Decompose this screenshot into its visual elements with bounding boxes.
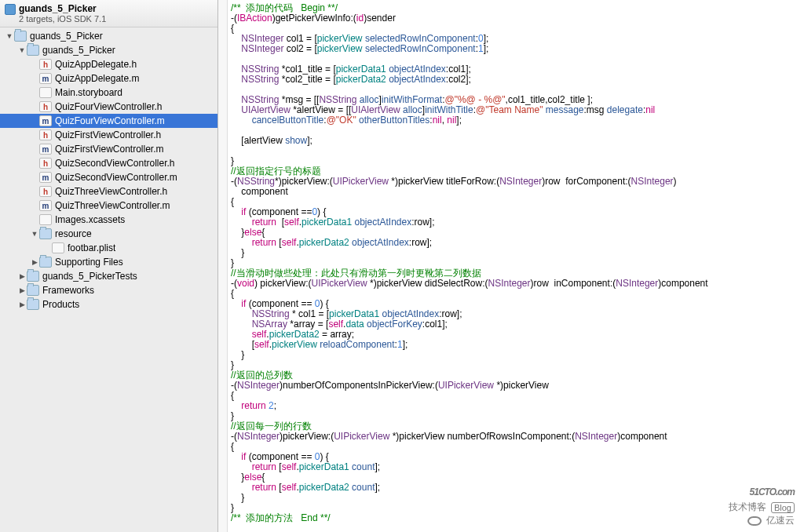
tree-item-label: Supporting Files — [55, 257, 123, 268]
tree-item-label: QuizFirstViewController.m — [55, 144, 163, 155]
disclosure-arrow-icon[interactable] — [17, 46, 27, 54]
tree-item[interactable]: Supporting Files — [0, 255, 217, 269]
tree-item[interactable]: hQuizFirstViewController.h — [0, 128, 217, 142]
tree-item-label: guands_5_Picker — [30, 31, 103, 42]
project-header[interactable]: guands_5_Picker 2 targets, iOS SDK 7.1 — [0, 0, 217, 27]
file-icon: m — [39, 115, 52, 126]
file-icon — [39, 257, 52, 268]
project-title: guands_5_Picker — [19, 3, 211, 14]
tree-item-label: QuizFourViewController.h — [55, 101, 163, 112]
file-icon — [27, 299, 39, 310]
file-icon — [27, 271, 39, 282]
tree-item-label: QuizThreeViewController.h — [55, 186, 167, 197]
tree-item[interactable]: mQuizThreeViewController.m — [0, 199, 217, 213]
file-icon: h — [39, 59, 52, 70]
file-icon: m — [39, 73, 52, 84]
file-icon: h — [39, 186, 52, 197]
source-editor[interactable]: /** 添加的代码 Begin **/-(IBAction)getPickerV… — [218, 0, 804, 532]
tree-item[interactable]: guands_5_Picker — [0, 29, 217, 43]
xcode-project-icon — [5, 4, 16, 15]
tree-item-label: guands_5_Picker — [42, 45, 115, 56]
disclosure-arrow-icon[interactable] — [17, 286, 27, 294]
file-tree[interactable]: guands_5_Pickerguands_5_PickerhQuizAppDe… — [0, 27, 217, 313]
tree-item[interactable]: guands_5_Picker — [0, 43, 217, 57]
tree-item[interactable]: mQuizFourViewController.m — [0, 114, 217, 128]
tree-item[interactable]: hQuizSecondViewController.h — [0, 156, 217, 170]
tree-item[interactable]: mQuizAppDelegate.m — [0, 71, 217, 86]
tree-item[interactable]: Main.storyboard — [0, 86, 217, 100]
file-icon: m — [39, 200, 52, 211]
tree-item-label: QuizSecondViewController.h — [55, 158, 175, 169]
file-icon — [27, 45, 39, 56]
tree-item[interactable]: hQuizThreeViewController.h — [0, 184, 217, 199]
gutter — [218, 0, 228, 532]
file-icon — [27, 285, 39, 296]
tree-item-label: QuizFourViewController.m — [55, 115, 165, 126]
tree-item[interactable]: mQuizSecondViewController.m — [0, 170, 217, 184]
disclosure-arrow-icon[interactable] — [30, 230, 39, 238]
tree-item[interactable]: Images.xcassets — [0, 213, 217, 227]
disclosure-arrow-icon[interactable] — [17, 301, 27, 308]
tree-item[interactable]: footbar.plist — [0, 241, 217, 255]
file-icon — [39, 228, 52, 239]
file-icon — [14, 31, 27, 42]
disclosure-arrow-icon[interactable] — [30, 258, 39, 266]
file-icon — [52, 242, 64, 253]
tree-item-label: Main.storyboard — [55, 87, 122, 98]
tree-item[interactable]: mQuizFirstViewController.m — [0, 142, 217, 156]
tree-item[interactable]: Products — [0, 297, 217, 312]
tree-item-label: QuizThreeViewController.m — [55, 200, 170, 211]
file-icon: h — [39, 101, 52, 112]
file-icon: h — [39, 129, 52, 140]
tree-item-label: Products — [42, 299, 79, 310]
code-content[interactable]: /** 添加的代码 Begin **/-(IBAction)getPickerV… — [228, 0, 804, 532]
tree-item[interactable]: hQuizAppDelegate.h — [0, 57, 217, 71]
file-icon — [39, 214, 52, 225]
tree-item-label: Images.xcassets — [55, 214, 125, 225]
project-subtitle: 2 targets, iOS SDK 7.1 — [19, 14, 211, 24]
tree-item-label: QuizAppDelegate.h — [55, 59, 137, 70]
file-icon: h — [39, 158, 52, 169]
tree-item-label: QuizFirstViewController.h — [55, 129, 161, 140]
file-icon: m — [39, 172, 52, 183]
disclosure-arrow-icon[interactable] — [5, 32, 14, 40]
tree-item-label: QuizSecondViewController.m — [55, 172, 177, 183]
tree-item[interactable]: Frameworks — [0, 283, 217, 297]
tree-item[interactable]: hQuizFourViewController.h — [0, 100, 217, 114]
file-icon: m — [39, 144, 52, 155]
file-icon — [39, 87, 52, 98]
tree-item[interactable]: guands_5_PickerTests — [0, 269, 217, 283]
tree-item[interactable]: resource — [0, 227, 217, 241]
tree-item-label: Frameworks — [42, 285, 94, 296]
tree-item-label: resource — [55, 228, 92, 239]
disclosure-arrow-icon[interactable] — [17, 272, 27, 280]
project-navigator[interactable]: guands_5_Picker 2 targets, iOS SDK 7.1 g… — [0, 0, 218, 532]
tree-item-label: footbar.plist — [68, 242, 115, 253]
tree-item-label: QuizAppDelegate.m — [55, 73, 139, 84]
tree-item-label: guands_5_PickerTests — [42, 271, 137, 282]
